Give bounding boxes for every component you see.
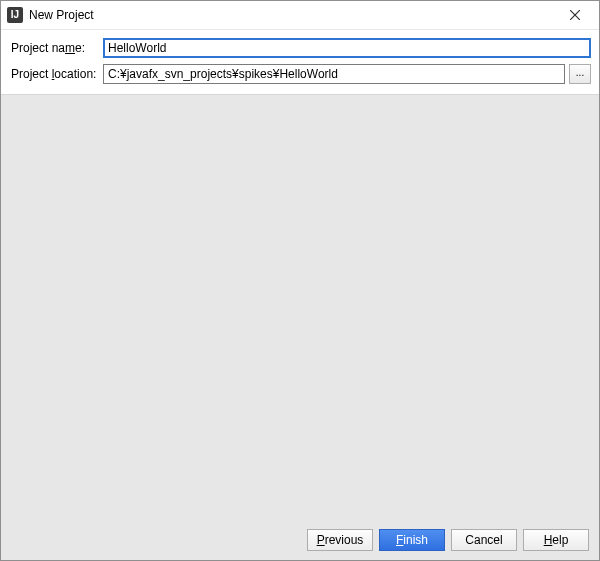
new-project-dialog: IJ New Project Project name: Project loc… <box>0 0 600 561</box>
previous-button[interactable]: Previous <box>307 529 373 551</box>
project-name-input[interactable] <box>103 38 591 58</box>
browse-location-button[interactable]: ... <box>569 64 591 84</box>
app-icon: IJ <box>7 7 23 23</box>
button-bar: Previous Finish Cancel Help <box>1 520 599 560</box>
cancel-button[interactable]: Cancel <box>451 529 517 551</box>
form-area: Project name: Project location: ... <box>1 30 599 94</box>
finish-button[interactable]: Finish <box>379 529 445 551</box>
close-button[interactable] <box>555 1 595 29</box>
project-location-input[interactable] <box>103 64 565 84</box>
project-location-label: Project location: <box>9 67 103 81</box>
titlebar: IJ New Project <box>1 1 599 30</box>
project-name-field-wrap <box>103 38 591 58</box>
help-button[interactable]: Help <box>523 529 589 551</box>
project-location-field-wrap: ... <box>103 64 591 84</box>
project-location-row: Project location: ... <box>9 64 591 84</box>
dialog-body <box>1 94 599 520</box>
project-name-row: Project name: <box>9 38 591 58</box>
close-icon <box>570 10 580 20</box>
window-title: New Project <box>29 8 555 22</box>
project-name-label: Project name: <box>9 41 103 55</box>
